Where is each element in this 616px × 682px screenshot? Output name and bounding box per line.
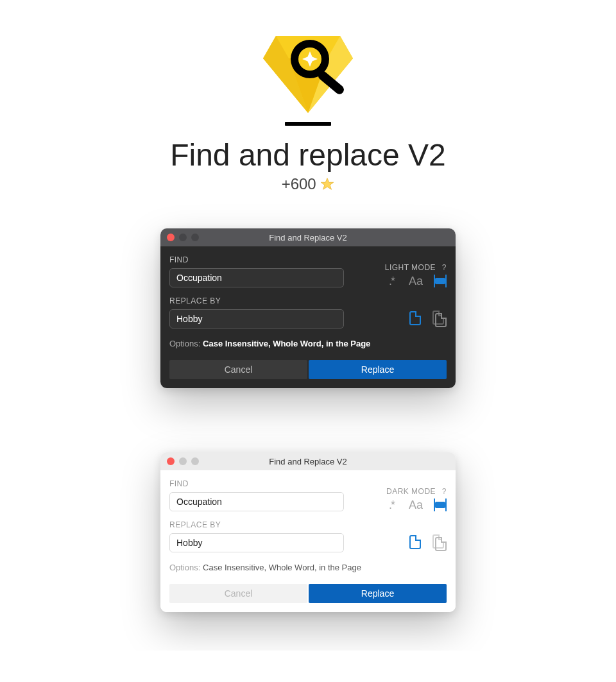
help-button[interactable]: ? (442, 263, 447, 272)
find-replace-window-dark: Find and Replace V2 FIND LIGHT MODE ? .*… (160, 228, 456, 388)
scope-document-icon[interactable] (432, 311, 447, 328)
window-title: Find and Replace V2 (160, 233, 456, 243)
replace-label: REPLACE BY (169, 520, 350, 529)
replace-label: REPLACE BY (169, 296, 350, 305)
options-summary: Options: Case Insensitive, Whole Word, i… (169, 339, 447, 348)
scope-document-icon[interactable] (432, 534, 447, 552)
find-input[interactable] (169, 268, 344, 287)
find-label: FIND (169, 479, 350, 488)
theme-toggle[interactable]: DARK MODE (386, 487, 436, 496)
scope-page-icon[interactable] (409, 311, 421, 328)
scope-page-icon[interactable] (409, 535, 421, 552)
plugin-logo (250, 17, 366, 126)
whole-word-toggle-icon[interactable] (434, 499, 447, 511)
help-button[interactable]: ? (442, 487, 447, 496)
window-title: Find and Replace V2 (160, 457, 456, 466)
find-replace-window-light: Find and Replace V2 FIND DARK MODE ? .* … (160, 452, 456, 612)
replace-button[interactable]: Replace (309, 360, 447, 379)
replace-button[interactable]: Replace (309, 584, 447, 603)
regex-toggle-icon[interactable]: .* (385, 499, 398, 511)
titlebar: Find and Replace V2 (160, 228, 456, 246)
find-label: FIND (169, 255, 350, 264)
case-toggle-icon[interactable]: Aa (409, 275, 422, 287)
cancel-button[interactable]: Cancel (169, 360, 307, 379)
titlebar: Find and Replace V2 (160, 452, 456, 470)
cancel-button[interactable]: Cancel (169, 584, 307, 603)
case-toggle-icon[interactable]: Aa (409, 499, 422, 511)
theme-toggle[interactable]: LIGHT MODE (385, 263, 436, 272)
replace-input[interactable] (169, 533, 344, 552)
regex-toggle-icon[interactable]: .* (385, 275, 398, 287)
replace-input[interactable] (169, 309, 344, 328)
svg-marker-9 (321, 178, 334, 189)
stars-count: +600 (0, 175, 616, 195)
find-input[interactable] (169, 492, 344, 511)
page-title: Find and replace V2 (0, 137, 616, 173)
star-icon (320, 177, 334, 195)
options-summary: Options: Case Insensitive, Whole Word, i… (169, 563, 447, 572)
whole-word-toggle-icon[interactable] (434, 275, 447, 287)
